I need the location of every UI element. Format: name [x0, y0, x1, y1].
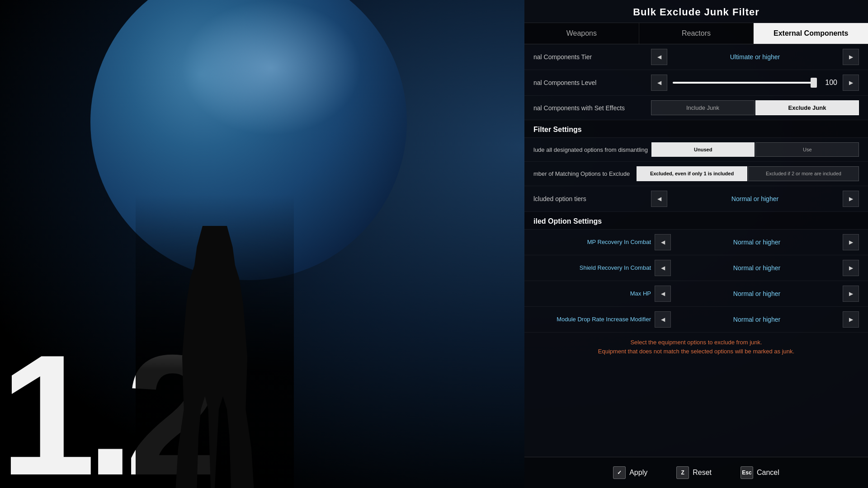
module-drop-rate-next-btn[interactable]: ▶: [843, 311, 859, 328]
panel-content: nal Components Tier ◀ Ultimate or higher…: [524, 44, 868, 457]
info-line-2: Equipment that does not match the select…: [533, 347, 859, 357]
module-drop-rate-label: Module Drop Rate Increase Modifier: [533, 316, 651, 323]
info-line-1: Select the equipment options to exclude …: [533, 338, 859, 347]
reset-key: Z: [676, 466, 689, 479]
tier-next-btn[interactable]: ▶: [843, 49, 859, 65]
level-prev-btn[interactable]: ◀: [651, 75, 667, 91]
dismantle-unused-btn[interactable]: Unused: [651, 142, 755, 157]
level-label: nal Components Level: [533, 79, 651, 86]
cancel-label: Cancel: [757, 469, 779, 477]
apply-label: Apply: [629, 469, 647, 477]
set-effects-exclude-btn[interactable]: Exclude Junk: [755, 100, 859, 115]
max-hp-next-btn[interactable]: ▶: [843, 286, 859, 302]
info-text: Select the equipment options to exclude …: [524, 333, 868, 362]
tab-weapons[interactable]: Weapons: [524, 23, 639, 44]
shield-recovery-value: Normal or higher: [673, 263, 841, 273]
shield-recovery-row: Shield Recovery In Combat ◀ Normal or hi…: [524, 255, 868, 281]
set-effects-toggle-group: Include Junk Exclude Junk: [651, 100, 859, 115]
excluded-tiers-control: ◀ Normal or higher ▶: [651, 191, 859, 207]
matching-toggle-group: Excluded, even if only 1 is included Exc…: [637, 166, 859, 181]
character-silhouette: [136, 194, 294, 488]
excluded-tiers-row: lcluded option tiers ◀ Normal or higher …: [524, 186, 868, 212]
panel-title: Bulk Exclude Junk Filter: [524, 0, 868, 23]
module-drop-rate-value: Normal or higher: [673, 314, 841, 325]
excluded-tiers-next-btn[interactable]: ▶: [843, 191, 859, 207]
level-next-btn[interactable]: ▶: [843, 75, 859, 91]
max-hp-prev-btn[interactable]: ◀: [655, 286, 671, 302]
level-row: nal Components Level ◀ 100 ▶: [524, 70, 868, 96]
max-hp-row: Max HP ◀ Normal or higher ▶: [524, 281, 868, 307]
excluded-tiers-label: lcluded option tiers: [533, 195, 651, 202]
excluded-tiers-prev-btn[interactable]: ◀: [651, 191, 667, 207]
bulk-exclude-panel: Bulk Exclude Junk Filter Weapons Reactor…: [524, 0, 868, 488]
planet-glow: [181, 0, 362, 136]
included-options-header: iled Option Settings: [524, 212, 868, 230]
max-hp-value: Normal or higher: [673, 288, 841, 299]
tier-prev-btn[interactable]: ◀: [651, 49, 667, 65]
shield-recovery-control: ◀ Normal or higher ▶: [655, 260, 859, 276]
level-value: 100: [819, 79, 837, 87]
set-effects-include-btn[interactable]: Include Junk: [651, 100, 755, 115]
shield-recovery-next-btn[interactable]: ▶: [843, 260, 859, 276]
mp-recovery-prev-btn[interactable]: ◀: [655, 234, 671, 250]
mp-recovery-row: MP Recovery In Combat ◀ Normal or higher…: [524, 230, 868, 255]
tier-value: Ultimate or higher: [669, 52, 841, 62]
module-drop-rate-prev-btn[interactable]: ◀: [655, 311, 671, 328]
tier-label: nal Components Tier: [533, 53, 651, 61]
max-hp-label: Max HP: [533, 290, 651, 297]
tier-control: ◀ Ultimate or higher ▶: [651, 49, 859, 65]
dismantle-row: lude all designated options from dismant…: [524, 138, 868, 162]
excluded-tiers-value: Normal or higher: [669, 193, 841, 204]
reset-button[interactable]: Z Reset: [671, 464, 717, 482]
tab-external-components[interactable]: External Components: [754, 23, 868, 44]
tab-bar: Weapons Reactors External Components: [524, 23, 868, 44]
panel-footer: ✓ Apply Z Reset Esc Cancel: [524, 457, 868, 488]
matching-row: mber of Matching Options to Exclude Excl…: [524, 162, 868, 186]
reset-label: Reset: [693, 469, 712, 477]
matching-2-btn[interactable]: Excluded if 2 or more are included: [748, 166, 859, 181]
level-slider-fill: [673, 82, 814, 84]
mp-recovery-control: ◀ Normal or higher ▶: [655, 234, 859, 250]
mp-recovery-label: MP Recovery In Combat: [533, 239, 651, 245]
max-hp-control: ◀ Normal or higher ▶: [655, 286, 859, 302]
dismantle-label: lude all designated options from dismant…: [533, 146, 648, 153]
mp-recovery-value: Normal or higher: [673, 237, 841, 248]
tier-row: nal Components Tier ◀ Ultimate or higher…: [524, 44, 868, 70]
level-slider-thumb[interactable]: [811, 78, 817, 88]
matching-label: mber of Matching Options to Exclude: [533, 170, 633, 177]
level-slider-container: 100: [669, 79, 841, 87]
shield-recovery-label: Shield Recovery In Combat: [533, 264, 651, 271]
set-effects-label: nal Components with Set Effects: [533, 104, 651, 112]
apply-button[interactable]: ✓ Apply: [608, 464, 653, 482]
cancel-button[interactable]: Esc Cancel: [735, 464, 785, 482]
cancel-key: Esc: [741, 466, 753, 479]
shield-recovery-prev-btn[interactable]: ◀: [655, 260, 671, 276]
dismantle-use-btn[interactable]: Use: [755, 142, 859, 157]
set-effects-row: nal Components with Set Effects Include …: [524, 96, 868, 120]
mp-recovery-next-btn[interactable]: ▶: [843, 234, 859, 250]
matching-1-btn[interactable]: Excluded, even if only 1 is included: [637, 166, 747, 181]
apply-key: ✓: [613, 466, 626, 479]
dismantle-toggle-group: Unused Use: [651, 142, 859, 157]
module-drop-rate-row: Module Drop Rate Increase Modifier ◀ Nor…: [524, 307, 868, 333]
level-slider-track: [673, 82, 814, 84]
level-control: ◀ 100 ▶: [651, 75, 859, 91]
module-drop-rate-control: ◀ Normal or higher ▶: [655, 311, 859, 328]
filter-settings-header: Filter Settings: [524, 120, 868, 138]
tab-reactors[interactable]: Reactors: [639, 23, 754, 44]
